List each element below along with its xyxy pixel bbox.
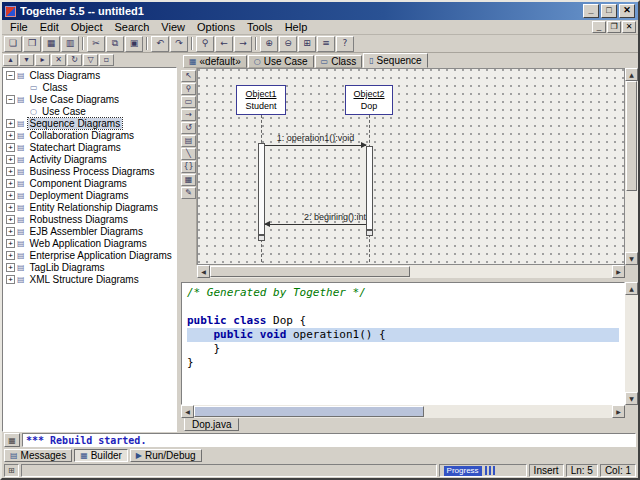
editor-hscroll-track[interactable] [424, 405, 612, 418]
menu-search[interactable]: Search [109, 21, 156, 33]
minus-expander[interactable]: − [6, 95, 15, 104]
tab-sequence[interactable]: ▯Sequence [363, 53, 427, 68]
float-pane-button[interactable]: ▫ [99, 54, 114, 66]
menu-object[interactable]: Object [65, 21, 109, 33]
scroll-left-icon[interactable]: ◀ [197, 265, 210, 278]
new-project-button[interactable]: ❏ [4, 36, 22, 52]
maximize-button[interactable]: □ [601, 4, 617, 18]
tree-item-class-diagrams[interactable]: −▤Class Diagrams [3, 69, 176, 81]
scroll-right-icon[interactable]: ▶ [612, 405, 625, 418]
minimize-button[interactable]: _ [583, 4, 599, 18]
code-line[interactable]: } [187, 342, 619, 356]
editor-hscroll-thumb[interactable] [194, 406, 424, 417]
tab-use-case[interactable]: ○Use Case [248, 55, 314, 68]
editor-vscrollbar[interactable]: ▲ ▼ [625, 282, 638, 405]
tree-item-sequence-diagrams[interactable]: +▤Sequence Diagrams [3, 117, 176, 129]
plus-expander[interactable]: + [6, 191, 15, 200]
tree-item-activity-diagrams[interactable]: +▤Activity Diagrams [3, 153, 176, 165]
diagram-tree[interactable]: −▤Class Diagrams▭Class−▤Use Case Diagram… [2, 67, 177, 432]
tree-item-entity-relationship-diagrams[interactable]: +▤Entity Relationship Diagrams [3, 201, 176, 213]
plus-expander[interactable]: + [6, 251, 15, 260]
plus-expander[interactable]: + [6, 215, 15, 224]
scroll-left-icon[interactable]: ◀ [181, 405, 194, 418]
menu-edit[interactable]: Edit [34, 21, 65, 33]
tab-messages[interactable]: ▤Messages [4, 449, 72, 462]
plus-expander[interactable]: + [6, 131, 15, 140]
menu-tools[interactable]: Tools [241, 21, 279, 33]
seq-object-1[interactable]: Object1 Student [236, 85, 286, 115]
plus-expander[interactable]: + [6, 179, 15, 188]
plus-expander[interactable]: + [6, 227, 15, 236]
message-2-line[interactable] [265, 224, 366, 225]
code-line[interactable] [187, 300, 619, 314]
zoom-out-button[interactable]: ⊖ [279, 36, 297, 52]
tree-item-collaboration-diagrams[interactable]: +▤Collaboration Diagrams [3, 129, 176, 141]
titlebar[interactable]: Together 5.5 -- untitled1 _ □ ✕ [2, 2, 638, 20]
message-grid-icon[interactable]: ▦ [4, 433, 20, 447]
pencil-tool-button[interactable]: ✎ [181, 187, 196, 199]
copy-button[interactable]: ⧉ [106, 36, 124, 52]
canvas-hscroll-track[interactable] [410, 265, 612, 278]
tree-item-web-application-diagrams[interactable]: +▤Web Application Diagrams [3, 237, 176, 249]
zoom-tool-button[interactable]: ⚲ [181, 83, 196, 95]
navigate-back-button[interactable]: ← [215, 36, 233, 52]
message-1-label[interactable]: 1: operation1():void [258, 133, 373, 143]
delete-button[interactable]: ✕ [51, 54, 66, 66]
grid-button[interactable]: ⊞ [298, 36, 316, 52]
tree-item-statechart-diagrams[interactable]: +▤Statechart Diagrams [3, 141, 176, 153]
object-tool-button[interactable]: ▭ [181, 96, 196, 108]
open-diagram-button[interactable]: ▸ [35, 54, 50, 66]
zoom-in-button[interactable]: ⊕ [260, 36, 278, 52]
canvas-vscroll-thumb[interactable] [626, 81, 637, 191]
plus-expander[interactable]: + [6, 119, 15, 128]
activation-bar-2[interactable] [366, 146, 373, 230]
refresh-button[interactable]: ↻ [67, 54, 82, 66]
plus-expander[interactable]: + [6, 263, 15, 272]
scroll-up-icon[interactable]: ▲ [625, 68, 638, 81]
navigate-forward-button[interactable]: → [234, 36, 252, 52]
filter-button[interactable]: ▽ [83, 54, 98, 66]
message-tool-button[interactable]: → [181, 109, 196, 121]
canvas-hscroll-thumb[interactable] [210, 266, 410, 277]
tree-item-class[interactable]: ▭Class [3, 81, 176, 93]
braces-tool-button[interactable]: {} [181, 161, 196, 173]
tree-item-component-diagrams[interactable]: +▤Component Diagrams [3, 177, 176, 189]
plus-expander[interactable]: + [6, 143, 15, 152]
status-grid-icon[interactable]: ⊞ [4, 464, 19, 477]
tab-run-debug[interactable]: ▶Run/Debug [130, 449, 202, 462]
cut-button[interactable]: ✂ [87, 36, 105, 52]
close-button[interactable]: ✕ [619, 4, 635, 18]
plus-expander[interactable]: + [6, 239, 15, 248]
menu-view[interactable]: View [155, 21, 191, 33]
mdi-minimize-button[interactable]: _ [592, 21, 606, 33]
scroll-down-icon[interactable]: ▼ [625, 392, 638, 405]
menu-help[interactable]: Help [279, 21, 314, 33]
tree-item-deployment-diagrams[interactable]: +▤Deployment Diagrams [3, 189, 176, 201]
open-project-button[interactable]: ❒ [23, 36, 41, 52]
canvas-hscrollbar[interactable]: ◀ ▶ [197, 265, 625, 278]
editor-vscroll-track[interactable] [625, 295, 638, 392]
code-editor[interactable]: /* Generated by Together */ public class… [181, 282, 625, 405]
message-1-line[interactable] [265, 145, 366, 146]
mdi-restore-button[interactable]: ❐ [607, 21, 621, 33]
canvas-vscrollbar[interactable]: ▲ ▼ [625, 68, 638, 265]
tree-item-business-process-diagrams[interactable]: +▤Business Process Diagrams [3, 165, 176, 177]
editor-hscrollbar[interactable]: ◀ ▶ [181, 405, 625, 418]
tree-item-enterprise-application-diagrams[interactable]: +▤Enterprise Application Diagrams [3, 249, 176, 261]
menu-file[interactable]: File [4, 21, 34, 33]
code-line[interactable]: public void operation1() { [187, 328, 619, 342]
canvas-vscroll-track[interactable] [625, 191, 638, 252]
tree-item-use-case-diagrams[interactable]: −▤Use Case Diagrams [3, 93, 176, 105]
plus-expander[interactable]: + [6, 155, 15, 164]
tree-item-xml-structure-diagrams[interactable]: +▤XML Structure Diagrams [3, 273, 176, 285]
help-button[interactable]: ? [336, 36, 354, 52]
tree-item-use-case[interactable]: ○Use Case [3, 105, 176, 117]
shortcut-tool-button[interactable]: ▦ [181, 174, 196, 186]
collapse-all-button[interactable]: ▴ [3, 54, 18, 66]
scroll-down-icon[interactable]: ▼ [625, 252, 638, 265]
diagram-canvas[interactable]: Object1 Student Object2 Dop 1: operation… [197, 68, 625, 265]
pointer-tool-button[interactable]: ↖ [181, 70, 196, 82]
paste-button[interactable]: ▣ [125, 36, 143, 52]
save-button[interactable]: ▦ [42, 36, 60, 52]
code-line[interactable]: /* Generated by Together */ [187, 286, 619, 300]
